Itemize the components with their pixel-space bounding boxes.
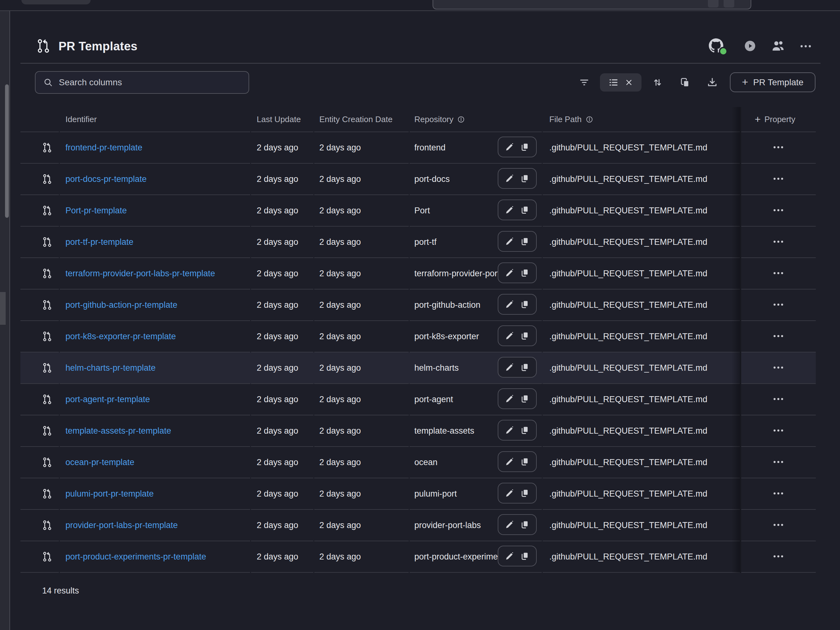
edit-button[interactable]: [504, 142, 515, 152]
identifier-link[interactable]: template-assets-pr-template: [65, 426, 171, 436]
edit-button[interactable]: [504, 236, 515, 247]
copy-button[interactable]: [519, 236, 530, 247]
edit-button[interactable]: [504, 488, 515, 499]
edit-button[interactable]: [504, 173, 515, 184]
table-row[interactable]: ocean-pr-template 2 days ago 2 days ago …: [21, 447, 816, 478]
row-hover-actions: [498, 199, 537, 220]
edit-button[interactable]: [504, 551, 515, 561]
row-more-button[interactable]: [769, 426, 788, 436]
header-add-property[interactable]: + Property: [741, 107, 816, 132]
edit-button[interactable]: [504, 362, 515, 373]
identifier-link[interactable]: Port-pr-template: [65, 206, 127, 216]
copy-button[interactable]: [519, 267, 530, 278]
identifier-link[interactable]: port-k8s-exporter-pr-template: [65, 332, 176, 341]
row-more-button[interactable]: [769, 552, 788, 562]
copy-icon[interactable]: [679, 76, 691, 88]
table-row[interactable]: port-tf-pr-template 2 days ago 2 days ag…: [21, 227, 816, 258]
filter-icon[interactable]: [579, 77, 590, 88]
row-more-button[interactable]: [769, 205, 788, 216]
copy-button[interactable]: [519, 551, 530, 561]
copy-button[interactable]: [519, 362, 530, 373]
copy-button[interactable]: [519, 142, 530, 152]
pull-request-icon: [42, 237, 52, 247]
row-more-button[interactable]: [769, 142, 788, 153]
identifier-link[interactable]: ocean-pr-template: [65, 458, 134, 467]
row-more-button[interactable]: [769, 394, 788, 405]
copy-button[interactable]: [519, 519, 530, 530]
header-last-update[interactable]: Last Update: [251, 107, 313, 132]
identifier-link[interactable]: port-github-action-pr-template: [65, 300, 177, 310]
view-toggle-pill[interactable]: [600, 73, 641, 92]
ellipsis-icon: [773, 208, 784, 212]
table-row[interactable]: port-k8s-exporter-pr-template 2 days ago…: [21, 321, 816, 352]
top-left-partial-button[interactable]: [21, 0, 91, 5]
table-row[interactable]: template-assets-pr-template 2 days ago 2…: [21, 415, 816, 447]
header-file-path[interactable]: File Path: [543, 107, 740, 132]
row-more-button[interactable]: [769, 457, 788, 467]
copy-button[interactable]: [519, 425, 530, 436]
search-input[interactable]: [59, 77, 241, 87]
edit-button[interactable]: [504, 299, 515, 309]
download-icon[interactable]: [706, 76, 718, 88]
table-row[interactable]: port-agent-pr-template 2 days ago 2 days…: [21, 384, 816, 415]
table-row[interactable]: frontend-pr-template 2 days ago 2 days a…: [21, 132, 816, 164]
row-more-button[interactable]: [769, 363, 788, 373]
copy-button[interactable]: [519, 173, 530, 184]
add-pr-template-button[interactable]: + PR Template: [730, 73, 815, 92]
row-more-button[interactable]: [769, 268, 788, 279]
play-icon[interactable]: [744, 40, 756, 52]
edit-button[interactable]: [504, 425, 515, 436]
identifier-link[interactable]: port-agent-pr-template: [65, 395, 150, 404]
table-row[interactable]: port-product-experiments-pr-template 2 d…: [21, 541, 816, 573]
search-columns-box[interactable]: [35, 71, 249, 94]
collapsed-panel-handle[interactable]: [0, 292, 6, 325]
list-view-icon[interactable]: [608, 77, 619, 88]
row-more-button[interactable]: [769, 489, 788, 499]
more-options-icon[interactable]: [799, 43, 812, 49]
table-row[interactable]: helm-charts-pr-template 2 days ago 2 day…: [21, 352, 816, 384]
scrollbar-thumb[interactable]: [5, 84, 9, 218]
clear-view-icon[interactable]: [624, 78, 634, 87]
table-row[interactable]: port-docs-pr-template 2 days ago 2 days …: [21, 164, 816, 195]
row-more-button[interactable]: [769, 237, 788, 247]
last-update-cell: 2 days ago: [251, 510, 313, 541]
identifier-link[interactable]: port-docs-pr-template: [65, 174, 147, 184]
edit-button[interactable]: [504, 456, 515, 467]
identifier-link[interactable]: port-product-experiments-pr-template: [65, 552, 206, 562]
edit-button[interactable]: [504, 519, 515, 530]
identifier-link[interactable]: helm-charts-pr-template: [65, 363, 156, 373]
identifier-link[interactable]: frontend-pr-template: [65, 143, 142, 153]
identifier-link[interactable]: port-tf-pr-template: [65, 237, 133, 247]
table-row[interactable]: pulumi-port-pr-template 2 days ago 2 day…: [21, 478, 816, 510]
edit-button[interactable]: [504, 330, 515, 341]
copy-button[interactable]: [519, 330, 530, 341]
info-icon[interactable]: [586, 115, 593, 123]
header-identifier[interactable]: Identifier: [60, 107, 250, 132]
row-more-button[interactable]: [769, 332, 788, 342]
copy-button[interactable]: [519, 299, 530, 309]
copy-button[interactable]: [519, 488, 530, 499]
edit-button[interactable]: [504, 393, 515, 404]
table-row[interactable]: port-github-action-pr-template 2 days ag…: [21, 289, 816, 321]
copy-button[interactable]: [519, 205, 530, 215]
row-more-button[interactable]: [769, 300, 788, 310]
table-row[interactable]: terraform-provider-port-labs-pr-template…: [21, 258, 816, 289]
table-row[interactable]: Port-pr-template 2 days ago 2 days ago P…: [21, 195, 816, 227]
copy-button[interactable]: [519, 456, 530, 467]
copy-icon: [519, 393, 530, 404]
row-more-button[interactable]: [769, 520, 788, 531]
header-entity-creation-date[interactable]: Entity Creation Date: [314, 107, 409, 132]
global-search-bar[interactable]: [433, 0, 751, 9]
copy-button[interactable]: [519, 393, 530, 404]
info-icon[interactable]: [457, 115, 465, 123]
identifier-link[interactable]: provider-port-labs-pr-template: [65, 521, 178, 530]
table-row[interactable]: provider-port-labs-pr-template 2 days ag…: [21, 510, 816, 541]
header-repository[interactable]: Repository: [410, 107, 542, 132]
users-icon[interactable]: [771, 39, 785, 54]
row-more-button[interactable]: [769, 174, 788, 185]
identifier-link[interactable]: terraform-provider-port-labs-pr-template: [65, 269, 215, 278]
sort-icon[interactable]: [652, 77, 663, 88]
edit-button[interactable]: [504, 205, 515, 215]
edit-button[interactable]: [504, 267, 515, 278]
identifier-link[interactable]: pulumi-port-pr-template: [65, 489, 154, 499]
